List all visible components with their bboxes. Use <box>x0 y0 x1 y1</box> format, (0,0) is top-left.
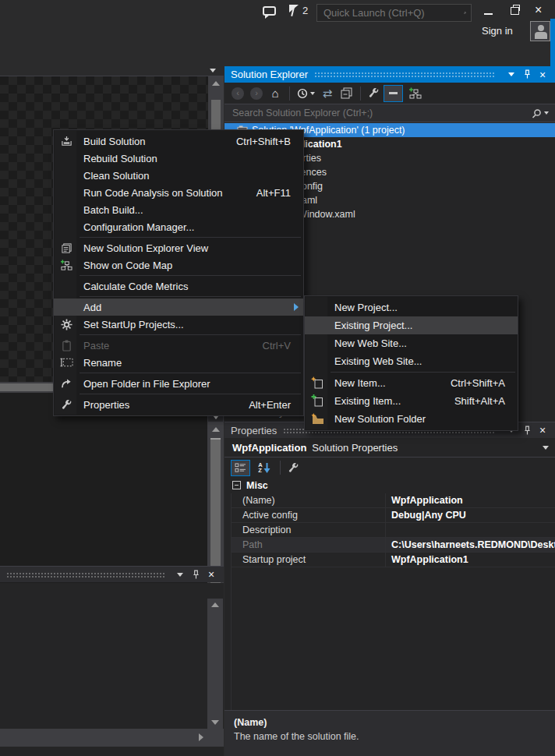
submenu-item-new-solution-folder[interactable]: New Solution Folder <box>305 410 518 428</box>
solution-explorer-titlebar[interactable]: Solution Explorer × <box>224 66 555 83</box>
menu-item-batch-build[interactable]: Batch Build... <box>54 201 303 218</box>
solution-context-menu: Build Solution Ctrl+Shift+B Rebuild Solu… <box>53 129 304 416</box>
menu-item-configuration-manager[interactable]: Configuration Manager... <box>54 218 303 235</box>
back-button[interactable]: ‹ <box>229 85 246 102</box>
alphabetical-sort-button[interactable]: AZ <box>254 459 274 476</box>
code-map-icon <box>408 87 422 100</box>
titlebar: 2 × Sign in <box>0 0 555 43</box>
menu-item-properties[interactable]: Properties Alt+Enter <box>54 396 303 413</box>
pin-button[interactable] <box>521 424 533 436</box>
scroll-down-arrow-icon[interactable] <box>211 720 219 725</box>
menu-separator <box>80 237 301 238</box>
quick-launch-box[interactable] <box>316 4 472 22</box>
sync-icon: ⇄ <box>323 87 333 99</box>
solution-search-input[interactable] <box>224 108 532 118</box>
titlebar-grip <box>6 572 164 579</box>
properties-toolbar: AZ <box>224 457 555 478</box>
close-button[interactable]: × <box>205 568 217 581</box>
minimize-button[interactable] <box>484 13 493 15</box>
close-button[interactable]: × <box>536 424 549 436</box>
chevron-down-icon[interactable] <box>210 69 216 72</box>
collapse-all-icon <box>341 87 352 99</box>
menu-item-run-code-analysis[interactable]: Run Code Analysis on Solution Alt+F11 <box>54 184 303 201</box>
property-row-name[interactable]: (Name) WpfApplication <box>232 493 555 508</box>
property-row-active-config[interactable]: Active config Debug|Any CPU <box>232 508 555 523</box>
solution-explorer-search[interactable] <box>224 104 555 122</box>
property-description-pane: (Name) The name of the solution file. <box>224 710 555 756</box>
menu-item-build-solution[interactable]: Build Solution Ctrl+Shift+B <box>54 132 303 150</box>
property-row-description[interactable]: Description <box>232 523 555 538</box>
menu-separator <box>80 373 301 373</box>
menu-separator <box>331 372 515 373</box>
bottom-hscrollbar[interactable] <box>0 729 224 747</box>
menu-item-calculate-code-metrics[interactable]: Calculate Code Metrics <box>54 277 303 295</box>
chevron-down-icon[interactable] <box>544 111 549 115</box>
property-pages-button[interactable] <box>285 459 302 476</box>
wrench-icon <box>288 462 299 474</box>
bottom-vscrollbar[interactable] <box>207 599 223 729</box>
menu-separator <box>80 296 301 297</box>
sync-button[interactable]: ⇄ <box>319 85 336 102</box>
quick-launch-input[interactable] <box>317 7 464 19</box>
property-row-path[interactable]: Path C:\Users\harneets.REDMOND\Deskto <box>232 538 555 553</box>
home-button[interactable]: ⌂ <box>267 85 284 102</box>
chevron-down-icon <box>543 446 549 450</box>
show-all-files-button[interactable] <box>384 85 403 102</box>
paste-icon <box>59 339 73 352</box>
window-menu-button[interactable] <box>505 69 518 81</box>
close-button[interactable]: × <box>536 69 549 81</box>
categorized-icon <box>235 463 246 473</box>
scroll-up-arrow-icon[interactable] <box>211 602 219 607</box>
menu-separator <box>80 394 301 394</box>
pin-button[interactable] <box>521 69 533 81</box>
submenu-item-new-project[interactable]: New Project... <box>305 299 518 316</box>
properties-button[interactable] <box>365 85 382 102</box>
submenu-item-existing-item[interactable]: Existing Item... Shift+Alt+A <box>305 392 518 410</box>
menu-item-show-on-code-map[interactable]: Show on Code Map <box>54 256 303 274</box>
object-name: WpfApplication <box>232 442 306 454</box>
close-button[interactable]: × <box>535 4 542 16</box>
scroll-right-arrow-icon[interactable] <box>199 733 203 741</box>
category-misc[interactable]: Misc <box>224 478 555 493</box>
forward-button[interactable]: › <box>248 85 265 102</box>
menu-item-open-folder[interactable]: Open Folder in File Explorer <box>54 375 303 392</box>
submenu-item-new-web-site[interactable]: New Web Site... <box>305 334 518 352</box>
collapse-category-icon[interactable] <box>232 481 241 489</box>
forward-icon: › <box>250 87 263 100</box>
new-view-icon <box>59 242 73 254</box>
menu-item-new-solution-explorer-view[interactable]: New Solution Explorer View <box>54 239 303 256</box>
az-sort-icon: AZ <box>258 462 262 473</box>
window-menu-button[interactable] <box>174 568 186 581</box>
menu-item-rename[interactable]: Rename <box>54 354 303 371</box>
sign-in-link[interactable]: Sign in <box>482 25 513 37</box>
menu-item-add[interactable]: Add <box>54 299 303 316</box>
menu-item-rebuild-solution[interactable]: Rebuild Solution <box>54 150 303 167</box>
account-avatar[interactable] <box>530 21 550 41</box>
submenu-item-new-item[interactable]: New Item... Ctrl+Shift+A <box>305 374 518 392</box>
scroll-up-arrow-icon[interactable] <box>212 427 220 432</box>
categorized-button[interactable] <box>231 460 250 476</box>
submenu-item-existing-project[interactable]: Existing Project... <box>305 316 518 334</box>
chevron-down-icon <box>508 72 514 76</box>
wrench-icon <box>368 87 380 99</box>
search-icon <box>464 8 466 18</box>
designer-header <box>0 43 224 76</box>
notification-count: 2 <box>302 5 308 16</box>
feedback-icon[interactable] <box>263 6 276 16</box>
new-folder-icon <box>310 412 324 425</box>
menu-item-clean-solution[interactable]: Clean Solution <box>54 167 303 184</box>
pin-button[interactable] <box>189 568 202 581</box>
menu-item-set-startup-projects[interactable]: Set StartUp Projects... <box>54 316 303 333</box>
code-map-icon <box>59 259 73 271</box>
bottom-toolwindow-titlebar[interactable]: × <box>0 566 224 582</box>
collapse-all-button[interactable] <box>338 85 355 102</box>
submenu-item-existing-web-site[interactable]: Existing Web Site... <box>305 352 518 370</box>
chevron-down-icon <box>177 573 183 577</box>
restore-button[interactable] <box>511 8 521 17</box>
sync-with-active-document-button[interactable] <box>405 85 425 102</box>
scroll-up-arrow-icon[interactable] <box>212 81 220 86</box>
pending-changes-filter-button[interactable] <box>294 85 317 102</box>
chevron-down-icon <box>310 92 315 95</box>
object-selector[interactable]: WpfApplication Solution Properties <box>224 438 555 457</box>
property-row-startup-project[interactable]: Startup project WpfApplication1 <box>232 553 555 567</box>
